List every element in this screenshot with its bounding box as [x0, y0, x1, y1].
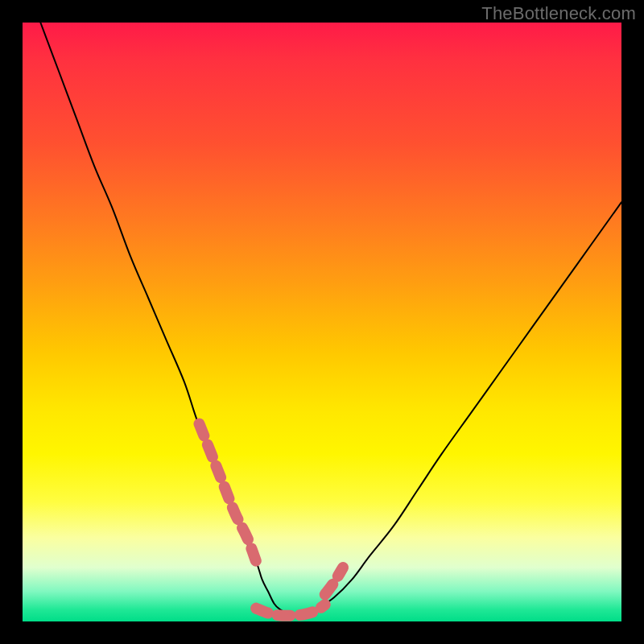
highlight-segment-0	[199, 423, 256, 561]
chart-frame: TheBottleneck.com	[0, 0, 644, 644]
highlight-segment-2	[325, 568, 343, 594]
bottleneck-curve	[40, 23, 621, 617]
watermark-text: TheBottleneck.com	[481, 3, 636, 24]
curve-svg	[23, 23, 621, 621]
plot-area	[23, 23, 621, 621]
highlight-segment-1	[256, 605, 325, 616]
